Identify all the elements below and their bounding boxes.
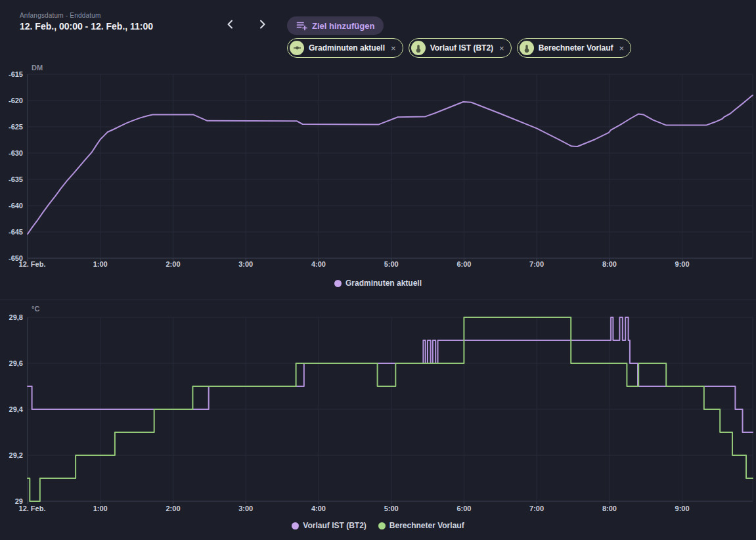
svg-text:-630: -630 xyxy=(9,149,23,157)
gradminuten-chart[interactable]: -615-620-625-630-635-640-645-65012. Feb.… xyxy=(0,62,756,276)
gradminuten-legend: Gradminuten aktuell xyxy=(0,279,756,288)
svg-text:4:00: 4:00 xyxy=(311,505,326,512)
svg-text:1:00: 1:00 xyxy=(93,260,108,268)
svg-text:-645: -645 xyxy=(9,228,23,236)
svg-text:-625: -625 xyxy=(9,123,23,131)
legend-dot xyxy=(292,522,299,529)
svg-text:12. Feb.: 12. Feb. xyxy=(19,260,46,268)
svg-text:5:00: 5:00 xyxy=(384,260,399,268)
svg-text:29,2: 29,2 xyxy=(9,451,23,459)
svg-text:9:00: 9:00 xyxy=(675,505,690,512)
chevron-right-icon xyxy=(259,20,266,31)
svg-text:-620: -620 xyxy=(9,97,23,104)
previous-period-button[interactable] xyxy=(219,16,240,34)
legend-dot xyxy=(334,280,342,287)
axis-labels: -615-620-625-630-635-640-645-65012. Feb.… xyxy=(9,64,690,268)
svg-text:6:00: 6:00 xyxy=(456,505,471,512)
svg-text:5:00: 5:00 xyxy=(384,505,399,512)
svg-text:1:00: 1:00 xyxy=(93,505,108,512)
gauge-line-icon xyxy=(290,41,304,55)
svg-text:-640: -640 xyxy=(9,202,23,210)
playlist-add-icon xyxy=(296,20,307,31)
svg-text:8:00: 8:00 xyxy=(602,505,617,512)
chip-gradminuten-aktuell[interactable]: Gradminuten aktuell × xyxy=(287,38,403,58)
chip-berechneter-vorlauf[interactable]: Berechneter Vorlauf × xyxy=(517,38,631,58)
dashboard: Anfangsdatum - Enddatum 12. Feb., 00:00 … xyxy=(0,0,756,540)
svg-text:3:00: 3:00 xyxy=(238,260,253,268)
legend-item-berechneter-vorlauf[interactable]: Berechneter Vorlauf xyxy=(378,521,464,530)
grid xyxy=(28,317,753,504)
legend-dot xyxy=(378,522,386,529)
svg-text:12. Feb.: 12. Feb. xyxy=(19,505,46,512)
vorlauf-chart[interactable]: 29,829,629,429,22912. Feb.1:002:003:004:… xyxy=(0,302,756,520)
svg-text:°C: °C xyxy=(32,305,39,313)
chevron-left-icon xyxy=(227,20,233,31)
thermometer-icon xyxy=(411,41,426,55)
chart-divider xyxy=(0,300,756,300)
svg-text:4:00: 4:00 xyxy=(311,260,326,268)
add-goal-label: Ziel hinzufügen xyxy=(312,21,374,31)
date-range-picker[interactable]: Anfangsdatum - Enddatum 12. Feb., 00:00 … xyxy=(20,12,153,32)
svg-text:29,4: 29,4 xyxy=(9,405,24,413)
svg-text:6:00: 6:00 xyxy=(456,260,471,268)
svg-text:9:00: 9:00 xyxy=(675,260,690,268)
date-range-label: Anfangsdatum - Enddatum xyxy=(20,12,153,19)
vorlauf-legend: Vorlauf IST (BT2) Berechneter Vorlauf xyxy=(0,521,756,530)
legend-label: Vorlauf IST (BT2) xyxy=(303,521,366,530)
legend-item-vorlauf-ist[interactable]: Vorlauf IST (BT2) xyxy=(292,521,366,530)
legend-label: Gradminuten aktuell xyxy=(345,279,422,288)
date-range-value: 12. Feb., 00:00 - 12. Feb., 11:00 xyxy=(20,21,153,32)
svg-text:3:00: 3:00 xyxy=(238,505,253,512)
svg-text:-635: -635 xyxy=(9,175,23,183)
next-period-button[interactable] xyxy=(252,16,273,34)
close-icon[interactable]: × xyxy=(619,44,624,53)
thermometer-icon xyxy=(520,41,534,55)
add-goal-button[interactable]: Ziel hinzufügen xyxy=(287,16,384,35)
svg-text:2:00: 2:00 xyxy=(166,505,180,512)
svg-text:29,8: 29,8 xyxy=(9,313,23,321)
svg-text:2:00: 2:00 xyxy=(166,260,180,268)
legend-label: Berechneter Vorlauf xyxy=(389,521,464,530)
chip-label: Vorlauf IST (BT2) xyxy=(430,43,493,53)
svg-text:7:00: 7:00 xyxy=(529,260,544,268)
legend-item-gradminuten[interactable]: Gradminuten aktuell xyxy=(334,279,422,288)
svg-text:7:00: 7:00 xyxy=(529,505,544,512)
chip-label: Berechneter Vorlauf xyxy=(539,43,613,53)
close-icon[interactable]: × xyxy=(391,44,396,53)
svg-text:29,6: 29,6 xyxy=(9,359,23,367)
svg-text:8:00: 8:00 xyxy=(602,260,617,268)
chip-vorlauf-ist[interactable]: Vorlauf IST (BT2) × xyxy=(409,38,512,58)
grid xyxy=(28,74,753,261)
series-lines xyxy=(28,95,753,234)
close-icon[interactable]: × xyxy=(499,44,504,53)
svg-text:-615: -615 xyxy=(9,70,23,78)
series-chips: Gradminuten aktuell × Vorlauf IST (BT2) … xyxy=(287,38,631,58)
svg-text:DM: DM xyxy=(32,64,43,72)
chip-label: Gradminuten aktuell xyxy=(309,43,385,53)
